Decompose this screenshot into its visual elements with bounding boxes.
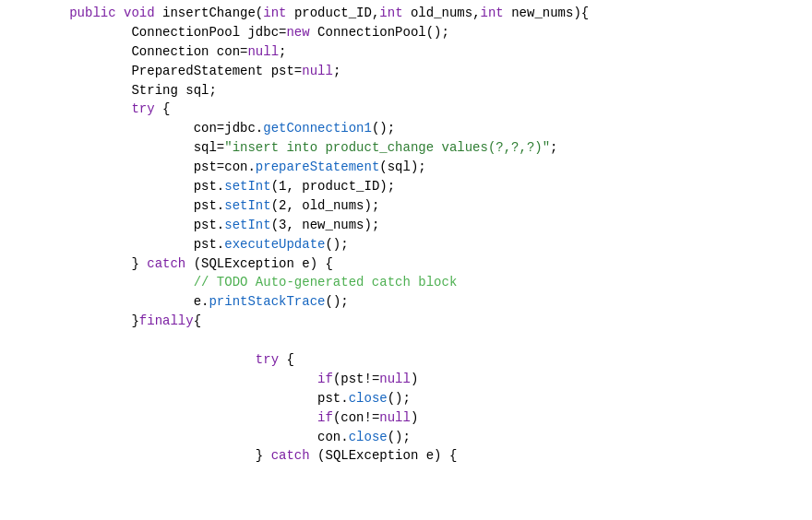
code-line-3: Connection con=null;	[0, 42, 812, 62]
code-line-17: }finally{	[0, 312, 812, 331]
code-line-15: // TODO Auto-generated catch block	[0, 273, 812, 292]
code-editor: public void insertChange(int product_ID,…	[0, 0, 812, 520]
code-line-16: e.printStackTrace();	[0, 292, 812, 312]
code-line-5: String sql;	[0, 81, 812, 100]
code-line-1: public void insertChange(int product_ID,…	[0, 4, 812, 23]
code-line-20: if(pst!=null)	[0, 370, 812, 389]
code-line-2: ConnectionPool jdbc=new ConnectionPool()…	[0, 23, 812, 42]
code-line-24: } catch (SQLException e) {	[0, 446, 812, 466]
code-line-23: con.close();	[0, 428, 812, 447]
code-line-13: pst.executeUpdate();	[0, 235, 812, 254]
code-line-22: if(con!=null)	[0, 408, 812, 428]
code-line-12: pst.setInt(3, new_nums);	[0, 216, 812, 235]
code-line-9: pst=con.prepareStatement(sql);	[0, 158, 812, 177]
code-line-7: con=jdbc.getConnection1();	[0, 119, 812, 138]
code-line-14: } catch (SQLException e) {	[0, 254, 812, 274]
code-line-18	[0, 331, 812, 350]
code-line-6: try {	[0, 100, 812, 119]
code-line-19: try {	[0, 350, 812, 370]
code-line-8: sql="insert into product_change values(?…	[0, 138, 812, 158]
code-line-21: pst.close();	[0, 389, 812, 408]
code-line-10: pst.setInt(1, product_ID);	[0, 177, 812, 196]
code-line-4: PreparedStatement pst=null;	[0, 62, 812, 81]
code-line-11: pst.setInt(2, old_nums);	[0, 196, 812, 216]
